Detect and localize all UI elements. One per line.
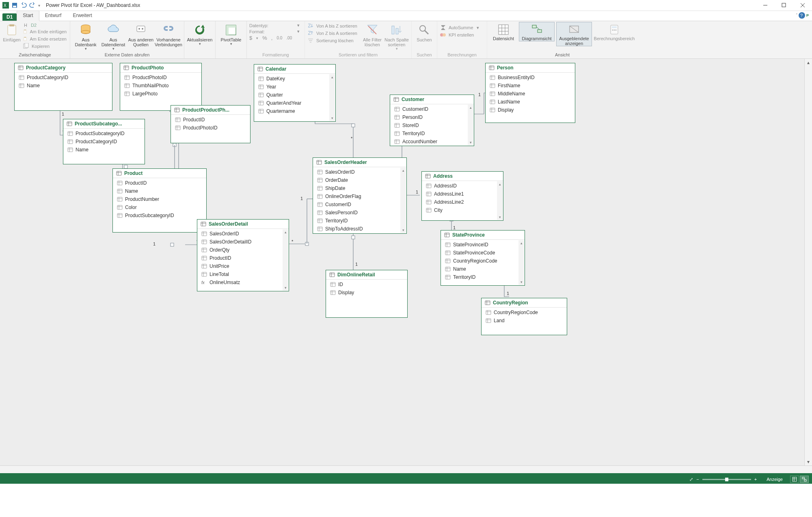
table-field[interactable]: Land — [482, 317, 567, 325]
zoom-slider[interactable]: ⤢ − + — [689, 477, 757, 482]
table-field[interactable]: LineTotal — [197, 270, 289, 278]
qat-save-icon[interactable] — [11, 2, 18, 9]
table-scrollbar[interactable]: ▴▾ — [518, 240, 524, 285]
table-field[interactable]: ProductSubcategoryID — [113, 211, 206, 220]
table-salesorderdetail[interactable]: SalesOrderDetail SalesOrderIDSalesOrderD… — [197, 219, 289, 291]
table-field[interactable]: ProductID — [113, 179, 206, 187]
autosum-button[interactable]: AutoSumme▾ — [440, 24, 479, 31]
table-stateprovince[interactable]: StateProvince StateProvinceIDStateProvin… — [441, 230, 525, 286]
table-product[interactable]: Product ProductIDNameProductNumberColorP… — [112, 168, 207, 233]
format-dropdown[interactable]: Format:▾ — [249, 29, 300, 34]
table-address[interactable]: Address AddressIDAddressLine1AddressLine… — [421, 171, 503, 221]
table-field[interactable]: PersonID — [390, 113, 474, 121]
table-field[interactable]: AddressLine1 — [422, 190, 503, 198]
close-button[interactable] — [793, 0, 812, 11]
table-field[interactable]: SalesOrderID — [197, 230, 289, 238]
data-view-button[interactable]: Datensicht — [490, 22, 517, 41]
table-scrollbar[interactable]: ▴▾ — [497, 181, 503, 220]
view-mode-diagram-button[interactable] — [800, 476, 809, 483]
table-scrollbar[interactable]: ▴▾ — [329, 74, 335, 121]
table-calendar[interactable]: Calendar DateKeyYearQuarterQuarterAndYea… — [254, 64, 336, 122]
table-scrollbar[interactable]: ▴▾ — [283, 229, 288, 291]
paste-button[interactable]: Einfügen — [2, 22, 21, 42]
paste-replace-button[interactable]: Am Ende ersetzen — [23, 36, 67, 42]
table-field[interactable]: TerritoryID — [390, 129, 474, 138]
clear-filters-button[interactable]: Alle Filter löschen — [362, 22, 383, 47]
table-productproductphoto[interactable]: ProductProductPh... ProductIDProductPhot… — [171, 105, 251, 143]
from-other-sources-button[interactable]: Aus anderen Quellen — [128, 22, 154, 47]
table-field[interactable]: Name — [63, 146, 145, 154]
table-field[interactable]: OrderQty — [197, 246, 289, 254]
table-field[interactable]: QuarterAndYear — [254, 99, 335, 107]
tab-entwurf[interactable]: Entwurf — [39, 11, 67, 21]
from-database-button[interactable]: Aus Datenbank▾ — [73, 22, 99, 51]
table-field[interactable]: ProductPhotoID — [171, 124, 250, 132]
table-field[interactable]: Quarter — [254, 91, 335, 99]
diagram-view-button[interactable]: Diagrammsicht — [519, 22, 555, 41]
zoom-out-button[interactable]: − — [696, 477, 699, 482]
table-person[interactable]: Person BusinessEntityIDFirstNameMiddleNa… — [485, 63, 575, 123]
table-field[interactable]: UnitPrice — [197, 262, 289, 270]
table-productcategory[interactable]: ProductCategory ProductCategoryIDName — [14, 63, 112, 111]
search-button[interactable]: Suchen — [414, 22, 434, 42]
table-customer[interactable]: Customer CustomerIDPersonIDStoreIDTerrit… — [390, 95, 474, 146]
table-field[interactable]: AccountNumber — [390, 138, 474, 146]
ribbon-collapse-icon[interactable]: ˆ — [796, 13, 797, 18]
table-field[interactable]: StateProvinceID — [441, 241, 525, 249]
table-field[interactable]: ProductSubcategoryID — [63, 129, 145, 138]
show-hidden-button[interactable]: Ausgeblendete anzeigen — [556, 22, 592, 46]
table-field[interactable]: BusinessEntityID — [486, 73, 575, 82]
table-field[interactable]: LargePhoto — [120, 90, 201, 98]
table-field[interactable]: MiddleName — [486, 90, 575, 98]
table-field[interactable]: ProductCategoryID — [15, 73, 112, 82]
diagram-canvas[interactable]: 1* 1* 1* 1* 1* 1* 1* — [0, 59, 805, 465]
create-kpi-button[interactable]: KPI erstellen — [440, 32, 479, 38]
table-productphoto[interactable]: ProductPhoto ProductPhotoIDThumbNailPhot… — [120, 63, 202, 111]
table-countryregion[interactable]: CountryRegion CountryRegionCodeLand — [481, 298, 567, 335]
table-field[interactable]: StateProvinceCode — [441, 249, 525, 257]
copy-button[interactable]: Kopieren — [23, 43, 67, 50]
table-field[interactable]: Display — [486, 106, 575, 114]
sort-a-to-z-button[interactable]: Von A bis Z sortieren — [307, 23, 360, 29]
table-field[interactable]: LastName — [486, 98, 575, 106]
vertical-scrollbar[interactable]: ▴ ▾ — [804, 59, 812, 465]
existing-connections-button[interactable]: Vorhandene Verbindungen — [155, 22, 181, 47]
table-field[interactable]: FirstName — [486, 82, 575, 90]
table-productsubcategory[interactable]: ProductSubcatego... ProductSubcategoryID… — [63, 119, 145, 164]
workspace-d1-chip[interactable]: D1 — [2, 13, 17, 21]
table-field[interactable]: StoreID — [390, 121, 474, 129]
table-field[interactable]: SalesOrderID — [313, 168, 406, 176]
horizontal-scrollbar[interactable] — [0, 465, 812, 473]
table-field[interactable]: Quartername — [254, 107, 335, 115]
table-dimonlineretail[interactable]: DimOnlineRetail IDDisplay — [326, 270, 408, 318]
table-field[interactable]: OnlineUmsatz — [197, 278, 289, 287]
table-field[interactable]: ProductCategoryID — [63, 138, 145, 146]
pivottable-button[interactable]: PivotTable▾ — [218, 22, 244, 46]
table-field[interactable]: ProductNumber — [113, 195, 206, 203]
table-field[interactable]: Year — [254, 83, 335, 91]
fit-icon[interactable]: ⤢ — [689, 477, 693, 482]
maximize-button[interactable] — [775, 0, 793, 11]
table-field[interactable]: SalesPersonID — [313, 209, 406, 217]
qat-customize-dropdown[interactable]: ▾ — [38, 3, 40, 8]
qat-redo-icon[interactable] — [29, 2, 36, 9]
table-field[interactable]: ShipToAddressID — [313, 225, 406, 233]
table-field[interactable]: ThumbNailPhoto — [120, 82, 201, 90]
table-field[interactable]: CustomerID — [390, 105, 474, 113]
table-field[interactable]: ID — [326, 280, 407, 289]
qat-undo-icon[interactable] — [20, 2, 27, 9]
table-scrollbar[interactable]: ▴▾ — [400, 168, 406, 233]
clear-sort-button[interactable]: Sortierung löschen — [307, 37, 360, 44]
table-salesorderheader[interactable]: SalesOrderHeader SalesOrderIDOrderDateSh… — [313, 157, 407, 234]
minimize-button[interactable] — [756, 0, 775, 11]
sort-by-column-button[interactable]: Nach Spalte sortieren▾ — [384, 22, 409, 51]
table-field[interactable]: CountryRegionCode — [482, 308, 567, 317]
table-field[interactable]: City — [422, 206, 503, 214]
help-icon[interactable]: ? — [798, 12, 806, 19]
zoom-in-button[interactable]: + — [754, 477, 757, 482]
table-field[interactable]: TerritoryID — [313, 217, 406, 225]
table-field[interactable]: CustomerID — [313, 200, 406, 209]
table-field[interactable]: Name — [441, 265, 525, 273]
table-field[interactable]: SalesOrderDetailID — [197, 238, 289, 246]
table-field[interactable]: TerritoryID — [441, 273, 525, 281]
